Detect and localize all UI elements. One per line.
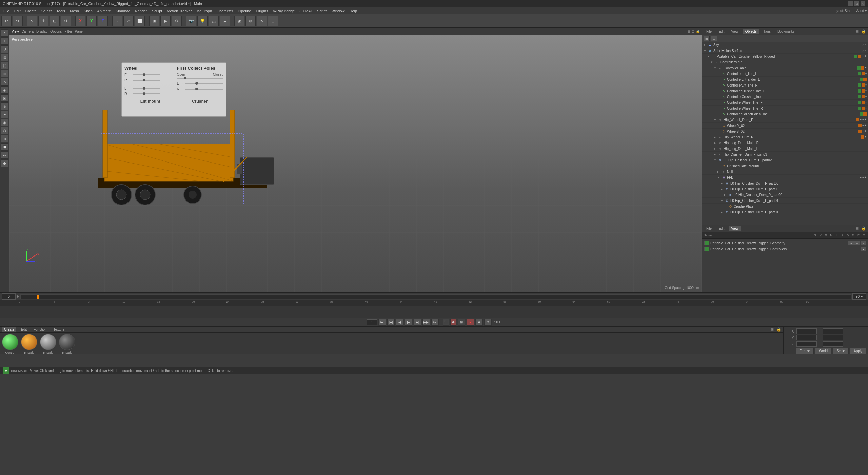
menu-edit[interactable]: Edit <box>12 8 23 14</box>
sky-button[interactable]: ☁ <box>220 16 230 26</box>
props-expand-icon[interactable]: ⊞ <box>855 226 859 231</box>
coord-size-input[interactable] <box>823 328 843 334</box>
tree-row-leg-r[interactable]: ▶ ○ Hip_Leg_Dum_Main_R <box>702 140 868 146</box>
playback-mode[interactable]: ⟳ <box>484 319 492 326</box>
rig-poles-slider-l[interactable] <box>185 83 224 84</box>
tree-row-crusher-plate[interactable]: ⬡ CrusherPlate <box>702 204 868 209</box>
menu-render[interactable]: Render <box>133 8 149 14</box>
playback-next-key[interactable]: ▶▶| <box>422 319 430 326</box>
tree-row-crusher-r-p00[interactable]: ▶ ⊞ L0 Hip_Crusher_Dum_R_part00 <box>702 192 868 198</box>
scene-expand-icon[interactable]: ⊞ <box>855 29 859 34</box>
scene-tab-tags[interactable]: Tags <box>762 29 773 34</box>
menu-plugins[interactable]: Plugins <box>254 8 270 14</box>
props-row-2[interactable]: Portable_Car_Crusher_Yellow_Rigged_Contr… <box>704 247 866 251</box>
mat-item-impad2[interactable]: Impads <box>40 334 56 354</box>
deformer-button[interactable]: ⊛ <box>245 16 256 26</box>
frame-end-input[interactable] <box>852 293 866 300</box>
tree-row-crusher-f-p03b[interactable]: ▶ ⊞ L0 Hip_Crusher_Dum_F_part03 <box>702 186 868 192</box>
frame-start-input[interactable] <box>2 293 16 300</box>
tree-row-crusher-f-p00[interactable]: ▶ ⊞ L0 Hip_Crusher_Dum_F_part00 <box>702 180 868 186</box>
tree-row-leg-l[interactable]: ▶ ○ Hip_Leg_Dum_Main_L <box>702 146 868 152</box>
props-icon-s[interactable]: ● <box>848 241 854 245</box>
x-axis-button[interactable]: X <box>75 16 85 26</box>
viewport-maximize-icon[interactable]: ⊡ <box>692 30 694 33</box>
props-lock-icon[interactable]: 🔒 <box>861 226 866 231</box>
coord-sz-input[interactable] <box>823 341 843 347</box>
scale-button[interactable]: ⊡ <box>50 16 60 26</box>
tree-row-crusher-f-p02[interactable]: ▼ ⊞ L0 Hip_Crusher_Dum_F_part02 <box>702 157 868 163</box>
rig-slider-l[interactable] <box>133 88 160 89</box>
props-tab-view[interactable]: View <box>729 226 741 231</box>
menu-tools[interactable]: Tools <box>54 8 67 14</box>
playback-first[interactable]: ⏮ <box>378 319 386 326</box>
render-button[interactable]: ▶ <box>160 16 171 26</box>
left-tool-4[interactable]: ⊡ <box>1 54 8 61</box>
tree-row-lift-l[interactable]: ∿ ControllerLift_line_L ● <box>702 71 868 77</box>
left-tool-11[interactable]: ✦ <box>1 111 8 118</box>
floor-button[interactable]: ⬚ <box>209 16 219 26</box>
material-button[interactable]: ◉ <box>234 16 244 26</box>
tree-row-crusher-mountf[interactable]: ⬡ CrusherPlate_MountF <box>702 163 868 169</box>
props-row-1[interactable]: Portable_Car_Crusher_Yellow_Rigged_Geome… <box>704 241 866 245</box>
coord-y-input[interactable] <box>796 335 817 340</box>
scene-tab-objects[interactable]: Objects <box>743 29 759 34</box>
playback-last[interactable]: ⏭ <box>431 319 439 326</box>
timeline-bar[interactable] <box>20 294 851 299</box>
menu-sculpt[interactable]: Sculpt <box>150 8 164 14</box>
coord-x-input[interactable] <box>796 328 817 334</box>
left-tool-17[interactable]: ⬢ <box>1 159 8 167</box>
menu-create[interactable]: Create <box>23 8 39 14</box>
menu-script[interactable]: Script <box>315 8 329 14</box>
viewport-expand-icon[interactable]: ⊞ <box>688 30 690 33</box>
tree-row-sky[interactable]: ▶ ☁ Sky ✓✓ <box>702 42 868 48</box>
menu-select[interactable]: Select <box>39 8 54 14</box>
scene-tool-1[interactable]: ⊞ <box>704 36 710 41</box>
menu-vray[interactable]: V-Ray Bridge <box>271 8 297 14</box>
menu-mesh[interactable]: Mesh <box>68 8 81 14</box>
left-tool-10[interactable]: ⊛ <box>1 102 8 110</box>
tree-row-null[interactable]: ▶ ○ Null <box>702 169 868 175</box>
menu-3dtoall[interactable]: 3DToAll <box>297 8 314 14</box>
rotate-button[interactable]: ↺ <box>61 16 71 26</box>
tree-row-wheel-r[interactable]: ∿ ControllerWheel_line_R ● <box>702 106 868 111</box>
render-settings-button[interactable]: ⚙ <box>172 16 182 26</box>
playback-next[interactable]: ▶| <box>414 319 421 326</box>
playback-record[interactable]: ⏺ <box>450 319 456 326</box>
tree-row-wheel-s02[interactable]: ⬡ WheelS_02 ✦✦ <box>702 129 868 134</box>
rig-slider-f[interactable] <box>133 74 160 75</box>
mat-expand-icon[interactable]: ⊞ <box>771 327 774 332</box>
playhead[interactable] <box>37 294 39 299</box>
apply-button[interactable]: Apply <box>850 348 866 354</box>
menu-motion-tracker[interactable]: Motion Tracker <box>165 8 194 14</box>
left-tool-5[interactable]: ⬚ <box>1 62 8 69</box>
coord-z-input[interactable] <box>796 341 817 347</box>
scene-tab-view[interactable]: View <box>729 29 741 34</box>
left-tool-9[interactable]: ▣ <box>1 94 8 102</box>
left-tool-15[interactable]: 🔲 <box>1 143 8 151</box>
tree-row-wheel-r02[interactable]: ⬡ WheelR_02 ✦✦ <box>702 123 868 129</box>
poly-mode-button[interactable]: ⬜ <box>135 16 145 26</box>
z-axis-button[interactable]: Z <box>98 16 108 26</box>
rig-slider-r1[interactable] <box>133 80 160 81</box>
camera-button[interactable]: 📷 <box>186 16 196 26</box>
move-button[interactable]: ✛ <box>38 16 48 26</box>
render-region-button[interactable]: ▣ <box>149 16 159 26</box>
left-tool-13[interactable]: ⬡ <box>1 127 8 134</box>
viewport-tab-options[interactable]: Options <box>50 30 62 33</box>
menu-character[interactable]: Character <box>215 8 235 14</box>
viewport-lock-icon[interactable]: 🔒 <box>696 30 700 33</box>
tree-row-lift-r[interactable]: ∿ ControllerLift_line_R ● <box>702 82 868 88</box>
props-icon-y[interactable]: – <box>854 241 860 245</box>
left-tool-1[interactable]: ↖ <box>1 29 8 37</box>
playback-keyframe[interactable]: ● <box>467 319 474 326</box>
playback-stop[interactable]: ⬛ <box>443 319 449 326</box>
left-tool-2[interactable]: ✛ <box>1 37 8 45</box>
layout-selector[interactable]: Startup Alted ▾ <box>845 9 867 13</box>
left-tool-6[interactable]: ⊞ <box>1 70 8 77</box>
tree-row-ctrl-table[interactable]: ▼ ○ ControllerTable ✦ <box>702 65 868 71</box>
mat-item-impad1[interactable]: Impads <box>21 334 37 354</box>
scale-coords-button[interactable]: Scale <box>833 348 849 354</box>
props-tab-edit[interactable]: Edit <box>716 226 726 231</box>
left-tool-7[interactable]: ∿ <box>1 78 8 86</box>
mat-item-control[interactable]: Control <box>2 334 18 354</box>
